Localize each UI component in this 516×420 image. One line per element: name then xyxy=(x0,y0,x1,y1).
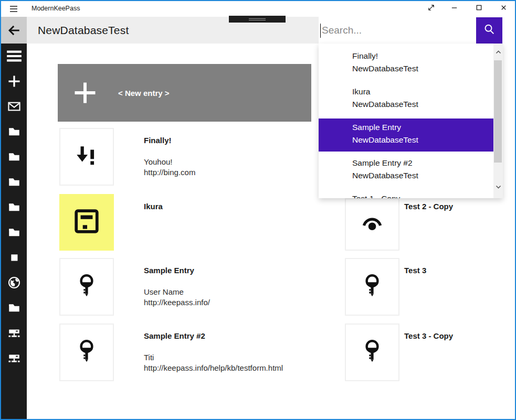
close-button[interactable] xyxy=(494,1,512,16)
search-button[interactable] xyxy=(476,17,502,44)
entry-row[interactable]: Test 3 xyxy=(345,258,516,316)
suggestion-item[interactable]: Sample EntryNewDatabaseTest xyxy=(319,119,495,152)
sidebar-item-folder-4[interactable] xyxy=(1,174,27,192)
network-drive-icon xyxy=(7,351,21,367)
suggestion-title: Sample Entry #2 xyxy=(352,156,494,169)
sidebar-item-folder-9[interactable] xyxy=(1,300,27,318)
maximize-icon xyxy=(475,4,483,14)
sidebar-item-network-drive-11[interactable] xyxy=(1,350,27,368)
entry-title: Finally! xyxy=(144,128,195,146)
folder-icon xyxy=(7,150,21,166)
entry-title: Ikura xyxy=(144,194,163,212)
chevron-down-icon xyxy=(495,183,502,192)
entry-icon-tile xyxy=(59,258,114,316)
entry-username: Titi xyxy=(144,352,283,363)
maximize-button[interactable] xyxy=(470,1,488,16)
sidebar-item-folder-5[interactable] xyxy=(1,199,27,217)
entry-text: Finally!Youhou!http://bing.com xyxy=(144,128,195,178)
minimize-button[interactable] xyxy=(445,1,463,16)
suggestion-item[interactable]: Sample Entry #2NewDatabaseTest xyxy=(319,154,494,187)
entry-subtitle: Titihttp://keepass.info/help/kb/testform… xyxy=(144,352,283,373)
suggestion-item[interactable]: Finally!NewDatabaseTest xyxy=(319,47,494,80)
titlebar[interactable]: ModernKeePass xyxy=(1,1,515,17)
entry-title: Sample Entry xyxy=(144,258,210,276)
entry-row[interactable]: Finally!Youhou!http://bing.com xyxy=(59,128,306,186)
minimize-icon xyxy=(450,4,458,14)
scrollbar-thumb[interactable] xyxy=(494,60,502,163)
entry-url: http://keepass.info/ xyxy=(144,297,210,308)
floppy-disk-icon xyxy=(73,208,100,236)
sidebar-item-folder-2[interactable] xyxy=(1,124,27,142)
search-icon xyxy=(483,23,496,38)
entry-icon-tile xyxy=(59,128,114,186)
dropdown-scrollbar[interactable] xyxy=(493,44,503,198)
suggestion-subtitle: NewDatabaseTest xyxy=(352,98,494,111)
entry-icon-tile xyxy=(59,194,114,251)
folder-icon xyxy=(7,175,21,191)
page-title: NewDatabaseTest xyxy=(38,24,129,37)
entry-icon-tile xyxy=(345,198,399,251)
drag-handle[interactable] xyxy=(229,16,286,23)
plus-icon xyxy=(7,74,21,90)
entry-icon-tile xyxy=(59,324,114,381)
sidebar-item-mail-1[interactable] xyxy=(1,99,27,116)
nav-hamburger-button[interactable] xyxy=(1,44,27,69)
plus-icon xyxy=(72,80,98,105)
entry-username: User Name xyxy=(144,287,210,297)
app-title: ModernKeePass xyxy=(31,5,80,12)
sidebar-item-blank-square-7[interactable] xyxy=(1,250,27,267)
sidebar-item-globe-8[interactable] xyxy=(1,275,27,293)
entry-row[interactable]: Test 2 - Copy xyxy=(345,198,516,251)
resize-diagonal-button[interactable] xyxy=(422,1,440,16)
entry-icon-tile xyxy=(345,258,399,316)
scroll-up-button[interactable] xyxy=(493,48,503,58)
suggestion-subtitle: NewDatabaseTest xyxy=(352,62,494,75)
suggestion-subtitle: NewDatabaseTest xyxy=(352,134,495,146)
suggestion-subtitle: NewDatabaseTest xyxy=(352,169,494,182)
entry-row[interactable]: Ikura xyxy=(59,194,306,251)
entry-text: Test 3 xyxy=(404,258,426,276)
entry-text: Sample Entry #2Titihttp://keepass.info/h… xyxy=(144,324,283,373)
sidebar-item-folder-3[interactable] xyxy=(1,149,27,167)
entry-text: Ikura xyxy=(144,194,163,212)
arc-dot-icon xyxy=(359,210,385,239)
titlebar-hamburger-icon[interactable] xyxy=(8,3,19,15)
suggestion-title: Ikura xyxy=(352,85,494,98)
entry-username: Youhou! xyxy=(144,157,195,167)
text-caret xyxy=(320,24,321,38)
search-placeholder: Search... xyxy=(322,25,362,36)
entry-text: Sample EntryUser Namehttp://keepass.info… xyxy=(144,258,210,308)
entry-title: Test 2 - Copy xyxy=(404,198,453,212)
close-icon xyxy=(500,4,508,14)
entry-row[interactable]: Test 3 - Copy xyxy=(345,324,516,381)
sidebar-item-network-drive-10[interactable] xyxy=(1,325,27,343)
suggestion-item[interactable]: IkuraNewDatabaseTest xyxy=(319,83,494,116)
folder-icon xyxy=(7,200,21,216)
key-icon xyxy=(73,273,100,301)
blank-square-icon xyxy=(7,251,21,266)
scroll-down-button[interactable] xyxy=(493,182,503,193)
suggestion-title: Finally! xyxy=(352,49,494,62)
suggestion-title: Sample Entry xyxy=(352,121,495,134)
back-button[interactable] xyxy=(1,17,27,44)
folder-icon xyxy=(7,301,21,317)
entry-text: Test 3 - Copy xyxy=(404,324,453,341)
entry-url: http://keepass.info/help/kb/testform.htm… xyxy=(144,363,283,373)
entry-subtitle: User Namehttp://keepass.info/ xyxy=(144,287,210,308)
entry-subtitle: Youhou!http://bing.com xyxy=(144,157,195,178)
entry-icon-tile xyxy=(345,324,399,381)
network-drive-icon xyxy=(7,326,21,342)
new-entry-label: < New entry > xyxy=(118,89,170,98)
chevron-up-icon xyxy=(495,48,502,58)
entry-url: http://bing.com xyxy=(144,167,195,178)
key-icon xyxy=(359,273,385,301)
search-input[interactable]: Search... xyxy=(319,17,476,44)
suggestion-item[interactable]: Test 1 - Copy xyxy=(319,190,494,198)
entry-row[interactable]: Sample EntryUser Namehttp://keepass.info… xyxy=(59,258,306,316)
sidebar-item-folder-6[interactable] xyxy=(1,224,27,242)
entry-row[interactable]: Sample Entry #2Titihttp://keepass.info/h… xyxy=(59,324,306,381)
entry-title: Test 3 xyxy=(404,258,426,276)
new-entry-tile[interactable]: < New entry > xyxy=(58,64,311,122)
sidebar-item-plus-0[interactable] xyxy=(1,73,27,91)
globe-icon xyxy=(7,276,21,292)
